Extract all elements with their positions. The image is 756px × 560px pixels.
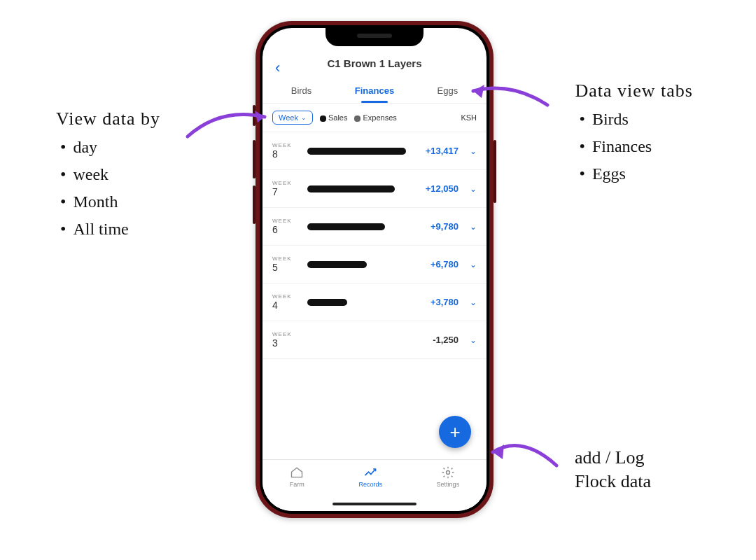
home-indicator[interactable] xyxy=(332,503,416,505)
annotation-item: Eggs xyxy=(579,164,693,183)
svg-marker-3 xyxy=(493,444,504,459)
period-select-label: Week xyxy=(279,113,298,122)
chevron-down-icon[interactable]: ⌄ xyxy=(470,146,477,156)
chevron-down-icon[interactable]: ⌄ xyxy=(470,184,477,194)
list-item[interactable]: WEEK3-1,250⌄ xyxy=(262,321,486,359)
chevron-down-icon[interactable]: ⌄ xyxy=(470,298,477,307)
amount-value: +3,780 xyxy=(430,297,458,307)
bar-wrap xyxy=(307,186,417,192)
farm-icon xyxy=(290,465,304,479)
gear-icon xyxy=(441,465,455,479)
chevron-down-icon[interactable]: ⌄ xyxy=(470,335,477,345)
nav-settings[interactable]: Settings xyxy=(437,465,460,511)
chevron-down-icon[interactable]: ⌄ xyxy=(470,222,477,232)
chevron-down-icon[interactable]: ⌄ xyxy=(470,260,477,270)
tab-finances[interactable]: Finances xyxy=(352,80,397,103)
annotation-item: Month xyxy=(60,192,160,211)
amount-value: +6,780 xyxy=(430,259,458,270)
list-item[interactable]: WEEK7+12,050⌄ xyxy=(262,170,486,208)
week-label: WEEK7 xyxy=(272,180,299,197)
week-label: WEEK6 xyxy=(272,218,299,235)
arrow-addlog-icon xyxy=(483,427,564,476)
finance-list[interactable]: WEEK8+13,417⌄WEEK7+12,050⌄WEEK6+9,780⌄WE… xyxy=(262,132,486,459)
annotation-item: week xyxy=(60,165,160,184)
svg-marker-1 xyxy=(255,111,265,122)
week-label: WEEK4 xyxy=(272,293,299,311)
page-title: C1 Brown 1 Layers xyxy=(327,57,421,69)
legend-expenses-dot xyxy=(354,115,360,122)
amount-value: -1,250 xyxy=(433,335,458,345)
amount-value: +12,050 xyxy=(426,183,458,194)
annotation-item: All time xyxy=(60,220,160,239)
legend-sales-dot xyxy=(320,115,326,122)
bar-wrap xyxy=(307,261,422,268)
phone-notch xyxy=(326,25,424,46)
list-item[interactable]: WEEK6+9,780⌄ xyxy=(262,208,486,246)
annotation-tabs: Data view tabs BirdsFinancesEggs xyxy=(575,80,693,192)
annotation-item: day xyxy=(60,138,160,157)
annotation-right-title: Data view tabs xyxy=(575,80,693,102)
bar-wrap xyxy=(307,223,422,230)
bar-wrap xyxy=(307,299,422,306)
add-log-button[interactable]: + xyxy=(439,416,471,448)
amount-value: +9,780 xyxy=(430,221,458,232)
records-icon xyxy=(363,465,377,479)
svg-marker-2 xyxy=(473,85,484,98)
data-view-tabs: Birds Finances Eggs xyxy=(262,80,486,104)
legend-expenses: Expenses xyxy=(354,113,396,122)
chevron-down-icon: ⌄ xyxy=(301,114,307,121)
week-label: WEEK3 xyxy=(272,331,299,349)
week-label: WEEK5 xyxy=(272,255,299,273)
arrow-right-icon xyxy=(462,77,553,119)
annotation-item: Birds xyxy=(579,110,693,129)
plus-icon: + xyxy=(449,421,460,443)
bar-wrap xyxy=(307,148,417,155)
arrow-left-icon xyxy=(182,102,280,150)
amount-value: +13,417 xyxy=(426,146,458,156)
filter-row: Week ⌄ Sales Expenses KSH xyxy=(262,104,486,132)
list-item[interactable]: WEEK8+13,417⌄ xyxy=(262,132,486,170)
tab-birds[interactable]: Birds xyxy=(288,80,315,103)
svg-point-0 xyxy=(446,471,449,475)
phone-frame: ‹ C1 Brown 1 Layers Birds Finances Eggs … xyxy=(255,21,493,518)
nav-farm[interactable]: Farm xyxy=(290,465,304,511)
list-item[interactable]: WEEK5+6,780⌄ xyxy=(262,246,486,284)
annotation-left-title: View data by xyxy=(56,108,160,130)
annotation-item: Finances xyxy=(579,137,693,156)
tab-eggs[interactable]: Eggs xyxy=(435,80,461,103)
app-screen: ‹ C1 Brown 1 Layers Birds Finances Eggs … xyxy=(262,28,486,511)
annotation-view-by: View data by dayweekMonthAll time xyxy=(56,108,160,247)
annotation-add-log: add / Log Flock data xyxy=(575,446,651,493)
legend-sales: Sales xyxy=(320,113,348,122)
list-item[interactable]: WEEK4+3,780⌄ xyxy=(262,284,486,321)
back-icon[interactable]: ‹ xyxy=(275,59,280,77)
